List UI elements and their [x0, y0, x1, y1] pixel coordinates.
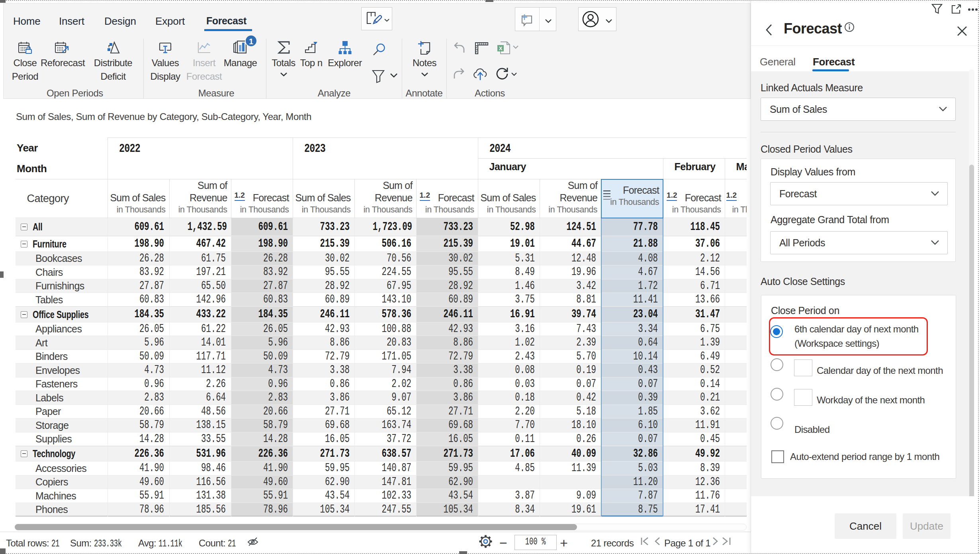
svg-text:X: X: [499, 45, 503, 51]
